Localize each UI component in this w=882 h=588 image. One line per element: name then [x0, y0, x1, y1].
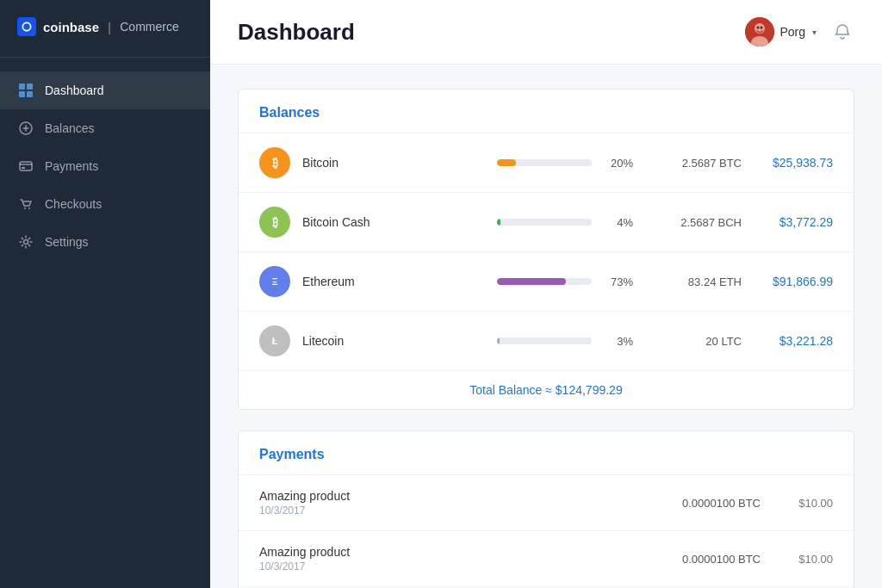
payment-name-1: Amazing product [259, 545, 682, 559]
page-header: Dashboard Porg ▾ [210, 0, 882, 65]
balance-row-btc: ₿ Bitcoin 20% 2.5687 BTC $25,938.73 [239, 133, 854, 193]
checkouts-icon [17, 195, 34, 213]
btc-value: $25,938.73 [755, 156, 833, 170]
logo-text: coinbase | Commerce [43, 20, 179, 34]
payment-amount-0: 0.0000100 BTC [682, 497, 761, 510]
user-name: Porg [780, 25, 805, 39]
app-sub: Commerce [120, 20, 178, 34]
payments-icon [17, 158, 34, 175]
sidebar-label-settings: Settings [45, 235, 89, 249]
sidebar-label-dashboard: Dashboard [45, 84, 104, 97]
balance-row-ltc: Ł Litecoin 3% 20 LTC $3,221.28 [239, 312, 854, 371]
payment-row-1: Amazing product 10/3/2017 0.0000100 BTC … [239, 531, 854, 587]
svg-rect-2 [20, 162, 32, 170]
sidebar-label-checkouts: Checkouts [45, 197, 102, 211]
payment-name-0: Amazing product [259, 489, 682, 503]
coinbase-logo-icon [17, 17, 36, 36]
dashboard-icon [17, 82, 34, 99]
payment-amount-1: 0.0000100 BTC [682, 553, 761, 566]
sidebar-label-payments: Payments [45, 159, 98, 173]
bch-pct: 4% [602, 216, 633, 229]
user-menu[interactable]: Porg ▾ [745, 17, 817, 46]
balances-title: Balances [259, 105, 320, 120]
chevron-down-icon: ▾ [812, 28, 817, 37]
svg-point-6 [24, 240, 28, 244]
balances-header: Balances [239, 90, 854, 133]
notifications-bell-icon[interactable] [830, 20, 854, 44]
sidebar-item-payments[interactable]: Payments [0, 147, 210, 185]
ltc-icon: Ł [259, 325, 290, 356]
payment-value-0: $10.00 [781, 497, 833, 510]
btc-pct: 20% [602, 157, 633, 170]
sidebar-item-checkouts[interactable]: Checkouts [0, 185, 210, 223]
page-title: Dashboard [238, 19, 355, 46]
settings-icon [17, 233, 34, 251]
payment-info-0: Amazing product 10/3/2017 [259, 489, 682, 517]
eth-amount: 83.24 ETH [647, 275, 742, 288]
btc-amount: 2.5687 BTC [647, 157, 742, 170]
svg-rect-3 [22, 167, 25, 169]
eth-pct: 73% [602, 275, 633, 288]
bch-value: $3,772.29 [755, 215, 833, 229]
payment-info-1: Amazing product 10/3/2017 [259, 545, 682, 573]
bch-progress-bar [497, 219, 592, 226]
payment-date-1: 10/3/2017 [259, 560, 682, 573]
ltc-amount: 20 LTC [647, 335, 742, 348]
sidebar: coinbase | Commerce Dashboard B [0, 0, 210, 588]
balance-row-bch: ₿ Bitcoin Cash 4% 2.5687 BCH $3,772.29 [239, 193, 854, 252]
svg-point-4 [24, 207, 26, 209]
content-area: Balances ₿ Bitcoin 20% 2.5687 BTC $25,93… [210, 65, 882, 588]
logo: coinbase | Commerce [0, 0, 210, 58]
btc-bar-fill [497, 159, 516, 166]
main-content: Dashboard Porg ▾ [210, 0, 882, 588]
btc-progress-bar [497, 159, 592, 166]
eth-progress-bar [497, 278, 592, 285]
app-name: coinbase [43, 20, 99, 34]
total-balance: Total Balance ≈ $124,799.29 [239, 371, 854, 409]
avatar-img [745, 17, 774, 46]
sidebar-nav: Dashboard Balances Payments [0, 58, 210, 588]
payment-value-1: $10.00 [781, 553, 833, 566]
payments-header: Payments [239, 431, 854, 475]
bch-amount: 2.5687 BCH [647, 216, 742, 229]
eth-icon: Ξ [259, 266, 290, 297]
sidebar-item-settings[interactable]: Settings [0, 223, 210, 261]
ltc-name: Litecoin [302, 334, 497, 348]
ltc-bar-fill [497, 337, 500, 344]
svg-point-11 [761, 27, 763, 29]
ltc-progress-bar [497, 337, 592, 344]
btc-icon: ₿ [259, 147, 290, 178]
eth-bar-fill [497, 278, 566, 285]
sidebar-item-dashboard[interactable]: Dashboard [0, 71, 210, 109]
ltc-pct: 3% [602, 335, 633, 348]
bch-name: Bitcoin Cash [302, 215, 497, 229]
balance-row-eth: Ξ Ethereum 73% 83.24 ETH $91,866.99 [239, 252, 854, 312]
payment-date-0: 10/3/2017 [259, 504, 682, 517]
sidebar-item-balances[interactable]: Balances [0, 109, 210, 147]
sidebar-label-balances: Balances [45, 121, 95, 135]
svg-point-5 [28, 207, 30, 209]
bch-icon: ₿ [259, 207, 290, 238]
balances-card: Balances ₿ Bitcoin 20% 2.5687 BTC $25,93… [238, 89, 854, 410]
bch-bar-fill [497, 219, 500, 226]
payments-title: Payments [259, 447, 325, 461]
eth-value: $91,866.99 [755, 275, 833, 288]
svg-point-10 [757, 27, 760, 29]
payments-card: Payments Amazing product 10/3/2017 0.000… [238, 430, 854, 588]
btc-name: Bitcoin [302, 156, 497, 170]
header-right: Porg ▾ [745, 17, 854, 46]
avatar [745, 17, 774, 46]
ltc-value: $3,221.28 [755, 334, 833, 348]
balances-icon [17, 120, 34, 137]
payment-row-0: Amazing product 10/3/2017 0.0000100 BTC … [239, 475, 854, 531]
eth-name: Ethereum [302, 275, 497, 288]
svg-rect-0 [17, 17, 36, 36]
